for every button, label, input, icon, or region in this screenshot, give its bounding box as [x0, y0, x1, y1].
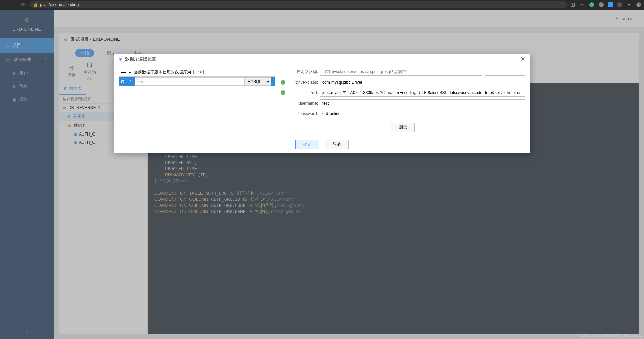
- remove-connection-button[interactable]: —: [121, 70, 126, 75]
- info-icon: !: [281, 90, 285, 95]
- ext4-icon[interactable]: [617, 2, 622, 7]
- custom-driver-label: 自定义驱动:: [287, 69, 318, 75]
- connection-type-select[interactable]: MYSQL: [244, 77, 271, 86]
- username-input[interactable]: [320, 99, 525, 107]
- puzzle-icon[interactable]: ✦: [626, 2, 632, 7]
- connection-list-panel: — + 当前数据库版本使用的数据库为【test】 1 test MYSQL: [119, 68, 275, 132]
- connection-row[interactable]: 1 test MYSQL: [119, 77, 275, 86]
- url-text: java2e.com/#/loading: [40, 2, 79, 7]
- browse-button[interactable]: ...: [485, 68, 525, 76]
- connection-form: 自定义驱动: ... ! *driver-class: ! *url:: [281, 68, 525, 132]
- watermark-text: https://blog.csdn.net/qq_30054961: [579, 333, 642, 338]
- cancel-button[interactable]: 取消: [325, 140, 349, 149]
- ext1-icon[interactable]: [589, 2, 594, 7]
- driver-class-input[interactable]: [320, 78, 525, 86]
- test-connection-button[interactable]: 测试: [391, 123, 415, 132]
- ok-button[interactable]: 确定: [295, 140, 319, 149]
- reload-icon[interactable]: ⟳: [19, 2, 27, 7]
- star-icon[interactable]: ☆: [579, 2, 585, 7]
- back-icon[interactable]: ←: [3, 2, 11, 7]
- connection-list-header: — + 当前数据库版本使用的数据库为【test】: [119, 68, 275, 77]
- ext3-icon[interactable]: [608, 2, 613, 7]
- key-icon[interactable]: ⚿: [570, 2, 575, 7]
- modal-header: ⊕ 数据库连接配置 ✕: [114, 54, 530, 64]
- password-label: *password:: [287, 111, 318, 116]
- password-input[interactable]: [320, 110, 525, 118]
- connection-header-text: 当前数据库版本使用的数据库为【test】: [134, 69, 206, 75]
- profile-icon[interactable]: e: [636, 2, 641, 7]
- lock-icon: 🔒: [33, 3, 38, 7]
- url-label: *url:: [287, 90, 318, 95]
- db-connection-modal: ⊕ 数据库连接配置 ✕ — + 当前数据库版本使用的数据库为【test】 1 t…: [114, 54, 530, 153]
- url-bar[interactable]: 🔒 java2e.com/#/loading: [30, 1, 567, 8]
- app-icon: ⊕: [119, 57, 122, 62]
- browser-extensions: ⚿ ☆ ✦ e: [570, 2, 641, 7]
- modal-title: 数据库连接配置: [125, 56, 156, 62]
- info-icon: !: [281, 80, 285, 85]
- custom-driver-input[interactable]: [320, 68, 482, 76]
- modal-footer: 确定 取消: [114, 136, 530, 153]
- modal-overlay: ⊕ 数据库连接配置 ✕ — + 当前数据库版本使用的数据库为【test】 1 t…: [0, 10, 644, 339]
- forward-icon[interactable]: →: [11, 2, 19, 7]
- close-icon[interactable]: ✕: [520, 55, 525, 63]
- connection-number: 1: [127, 77, 135, 86]
- connection-name: test: [135, 77, 244, 86]
- url-input[interactable]: [320, 89, 525, 97]
- username-label: *username:: [287, 101, 318, 106]
- driver-class-label: *driver-class:: [287, 80, 318, 85]
- connection-row-end: [271, 77, 275, 86]
- add-connection-button[interactable]: +: [129, 70, 131, 75]
- connection-radio[interactable]: [119, 77, 127, 86]
- ext2-icon[interactable]: [598, 2, 604, 7]
- browser-toolbar: ← → ⟳ 🔒 java2e.com/#/loading ⚿ ☆ ✦ e: [0, 0, 644, 10]
